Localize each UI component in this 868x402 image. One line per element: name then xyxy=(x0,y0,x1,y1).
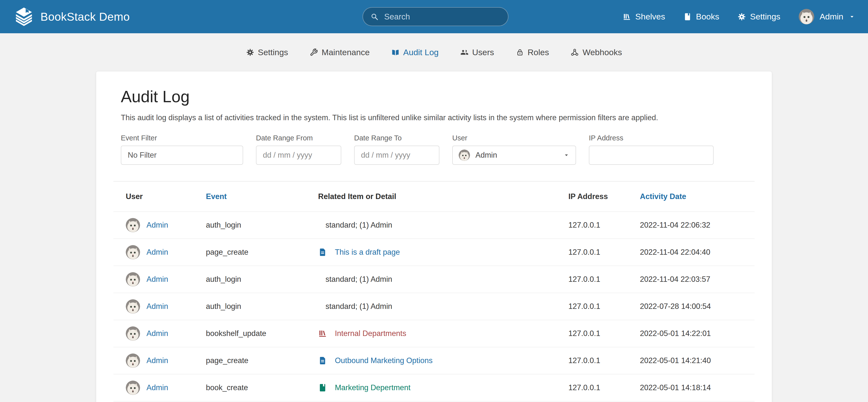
shelves-icon xyxy=(318,329,327,338)
chevron-down-icon xyxy=(563,152,569,158)
related-detail-text: standard; (1) Admin xyxy=(318,221,392,229)
shelves-icon xyxy=(623,12,631,21)
related-cell: Marketing Depertment xyxy=(318,383,568,392)
table-header-row: UserEventRelated Item or DetailIP Addres… xyxy=(114,181,754,212)
related-item-label: Marketing Depertment xyxy=(335,383,410,392)
search-box[interactable] xyxy=(363,7,508,26)
lock-icon xyxy=(516,48,524,57)
filter-ip: IP Address xyxy=(589,134,714,165)
table-row: Adminauth_loginstandard; (1) Admin127.0.… xyxy=(114,212,754,239)
search-input[interactable] xyxy=(384,12,501,22)
settings-nav-roles[interactable]: Roles xyxy=(516,47,549,57)
user-link[interactable]: Admin xyxy=(147,302,168,311)
date-cell: 2022-05-01 14:21:40 xyxy=(640,356,754,365)
open-book-icon xyxy=(391,48,400,57)
user-avatar xyxy=(126,326,140,341)
book-icon xyxy=(683,12,692,21)
date-to-label: Date Range To xyxy=(354,134,439,142)
ip-cell: 127.0.0.1 xyxy=(568,275,640,284)
ip-cell: 127.0.0.1 xyxy=(568,302,640,311)
table-row: Adminauth_loginstandard; (1) Admin127.0.… xyxy=(114,266,754,293)
webhook-icon xyxy=(570,48,579,57)
user-cell: Admin xyxy=(114,326,206,341)
sort-link[interactable]: Event xyxy=(206,192,227,201)
user-menu[interactable]: Admin xyxy=(799,9,855,24)
table-row: Adminbookshelf_updateInternal Department… xyxy=(114,320,754,347)
audit-log-table: UserEventRelated Item or DetailIP Addres… xyxy=(114,181,754,402)
settings-nav: SettingsMaintenanceAudit LogUsersRolesWe… xyxy=(0,33,868,71)
column-header-event[interactable]: Event xyxy=(206,192,318,201)
page-icon xyxy=(318,356,327,365)
user-link[interactable]: Admin xyxy=(147,329,168,338)
user-filter-avatar xyxy=(459,149,470,161)
date-cell: 2022-05-01 14:18:14 xyxy=(640,383,754,392)
event-filter-input[interactable] xyxy=(121,145,243,165)
table-row: Adminpage_createOutbound Marketing Optio… xyxy=(114,347,754,374)
user-avatar xyxy=(126,272,140,287)
user-filter-select[interactable]: Admin xyxy=(452,145,576,165)
date-cell: 2022-11-04 22:04:40 xyxy=(640,248,754,257)
related-item-link[interactable]: Marketing Depertment xyxy=(318,383,568,392)
related-item-label: Outbound Marketing Options xyxy=(335,356,433,365)
header-nav-label: Books xyxy=(696,12,719,22)
date-from-label: Date Range From xyxy=(256,134,341,142)
event-cell: auth_login xyxy=(206,275,318,284)
user-link[interactable]: Admin xyxy=(147,221,168,230)
settings-nav-users[interactable]: Users xyxy=(460,47,494,57)
related-detail-text: standard; (1) Admin xyxy=(318,302,392,311)
user-avatar xyxy=(126,380,140,395)
event-cell: bookshelf_update xyxy=(206,329,318,338)
date-cell: 2022-05-01 14:22:01 xyxy=(640,329,754,338)
settings-nav-label: Settings xyxy=(258,47,288,57)
settings-nav-webhooks[interactable]: Webhooks xyxy=(570,47,622,57)
column-header-activity-date[interactable]: Activity Date xyxy=(640,192,754,201)
ip-cell: 127.0.0.1 xyxy=(568,356,640,365)
related-item-link[interactable]: This is a draft page xyxy=(318,248,568,257)
date-to-input[interactable] xyxy=(354,145,439,165)
user-avatar xyxy=(126,354,140,368)
related-cell: Outbound Marketing Options xyxy=(318,356,568,365)
filter-date-from: Date Range From xyxy=(256,134,341,165)
chevron-down-icon xyxy=(849,13,855,20)
date-cell: 2022-11-04 22:06:32 xyxy=(640,221,754,230)
related-cell: This is a draft page xyxy=(318,248,568,257)
user-link[interactable]: Admin xyxy=(147,248,168,257)
ip-cell: 127.0.0.1 xyxy=(568,383,640,392)
filters-row: Event Filter Date Range From Date Range … xyxy=(121,134,747,165)
users-icon xyxy=(460,48,468,57)
user-filter-value: Admin xyxy=(475,151,558,160)
user-avatar xyxy=(126,245,140,259)
sort-link[interactable]: Activity Date xyxy=(640,192,686,201)
user-link[interactable]: Admin xyxy=(147,356,168,365)
related-item-link[interactable]: Internal Departments xyxy=(318,329,568,338)
user-link[interactable]: Admin xyxy=(147,383,168,392)
filter-event: Event Filter xyxy=(121,134,243,165)
related-item-link[interactable]: Outbound Marketing Options xyxy=(318,356,568,365)
header-nav-books[interactable]: Books xyxy=(683,12,719,22)
settings-nav-settings[interactable]: Settings xyxy=(246,47,288,57)
app-logo[interactable]: BookStack Demo xyxy=(14,7,130,27)
wrench-icon xyxy=(310,48,318,57)
ip-filter-input[interactable] xyxy=(589,145,714,165)
related-cell: standard; (1) Admin xyxy=(318,275,568,284)
header-nav-label: Shelves xyxy=(635,12,665,22)
related-item-label: Internal Departments xyxy=(335,329,406,338)
table-row: Adminbook_createMarketing Depertment127.… xyxy=(114,374,754,402)
user-avatar xyxy=(799,9,814,24)
date-from-input[interactable] xyxy=(256,145,341,165)
event-cell: auth_login xyxy=(206,221,318,230)
app-header: BookStack Demo ShelvesBooksSettings Admi… xyxy=(0,0,868,33)
settings-nav-maintenance[interactable]: Maintenance xyxy=(310,47,370,57)
ip-filter-label: IP Address xyxy=(589,134,714,142)
filter-date-to: Date Range To xyxy=(354,134,439,165)
user-name: Admin xyxy=(820,12,843,22)
gear-icon xyxy=(738,12,746,21)
related-cell: standard; (1) Admin xyxy=(318,221,568,230)
related-detail-text: standard; (1) Admin xyxy=(318,275,392,283)
event-filter-label: Event Filter xyxy=(121,134,243,142)
header-nav-settings[interactable]: Settings xyxy=(738,12,780,22)
user-link[interactable]: Admin xyxy=(147,275,168,284)
settings-nav-audit-log[interactable]: Audit Log xyxy=(391,47,439,57)
table-row: Adminpage_createThis is a draft page127.… xyxy=(114,239,754,266)
header-nav-shelves[interactable]: Shelves xyxy=(623,12,665,22)
